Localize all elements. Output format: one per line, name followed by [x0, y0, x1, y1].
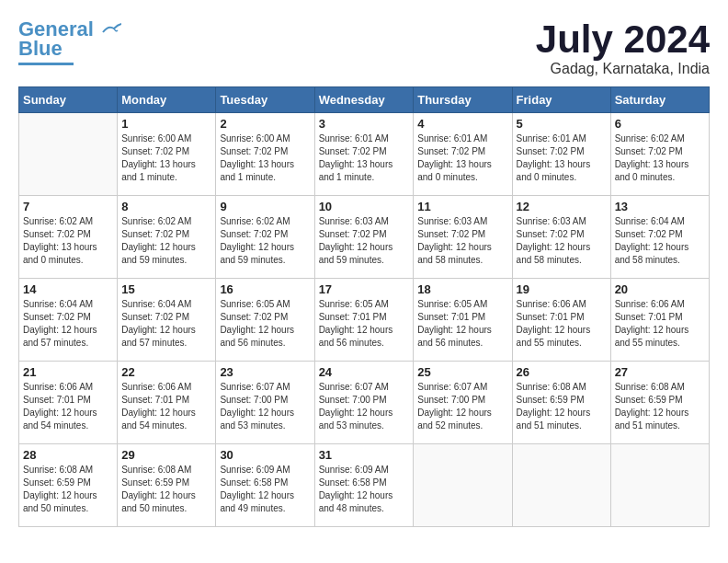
calendar-cell: 20Sunrise: 6:06 AMSunset: 7:01 PMDayligh…	[610, 279, 709, 362]
calendar-cell	[512, 444, 610, 527]
day-number: 12	[517, 200, 607, 213]
calendar-cell: 8Sunrise: 6:02 AMSunset: 7:02 PMDaylight…	[118, 196, 216, 279]
day-info: Sunrise: 6:06 AMSunset: 7:01 PMDaylight:…	[121, 381, 211, 432]
calendar-cell: 26Sunrise: 6:08 AMSunset: 6:59 PMDayligh…	[512, 362, 610, 444]
day-number: 14	[23, 282, 113, 296]
calendar-week-row: 1Sunrise: 6:00 AMSunset: 7:02 PMDaylight…	[19, 113, 710, 196]
calendar-cell: 13Sunrise: 6:04 AMSunset: 7:02 PMDayligh…	[610, 196, 709, 279]
day-number: 22	[121, 365, 211, 379]
day-number: 20	[615, 282, 705, 296]
calendar-cell: 18Sunrise: 6:05 AMSunset: 7:01 PMDayligh…	[414, 279, 512, 362]
calendar-cell	[19, 113, 118, 196]
day-info: Sunrise: 6:07 AMSunset: 7:00 PMDaylight:…	[220, 381, 310, 432]
location: Gadag, Karnataka, India	[536, 61, 710, 77]
day-number: 19	[517, 282, 607, 296]
calendar-cell: 27Sunrise: 6:08 AMSunset: 6:59 PMDayligh…	[610, 362, 709, 444]
calendar-cell: 25Sunrise: 6:07 AMSunset: 7:00 PMDayligh…	[414, 362, 512, 444]
day-number: 30	[220, 448, 310, 462]
day-info: Sunrise: 6:08 AMSunset: 6:59 PMDaylight:…	[121, 464, 211, 515]
title-block: July 2024 Gadag, Karnataka, India	[536, 18, 710, 77]
day-number: 21	[23, 365, 113, 379]
calendar-cell: 19Sunrise: 6:06 AMSunset: 7:01 PMDayligh…	[512, 279, 610, 362]
day-number: 4	[417, 117, 507, 131]
day-info: Sunrise: 6:04 AMSunset: 7:02 PMDaylight:…	[121, 298, 211, 350]
day-info: Sunrise: 6:05 AMSunset: 7:01 PMDaylight:…	[417, 298, 507, 350]
calendar-cell: 1Sunrise: 6:00 AMSunset: 7:02 PMDaylight…	[118, 113, 216, 196]
calendar-week-row: 7Sunrise: 6:02 AMSunset: 7:02 PMDaylight…	[19, 196, 710, 279]
header-thursday: Thursday	[414, 87, 512, 113]
calendar-cell: 4Sunrise: 6:01 AMSunset: 7:02 PMDaylight…	[414, 113, 512, 196]
calendar-cell	[610, 444, 709, 527]
calendar-header-row: SundayMondayTuesdayWednesdayThursdayFrid…	[19, 87, 710, 113]
day-number: 8	[121, 200, 211, 213]
day-info: Sunrise: 6:08 AMSunset: 6:59 PMDaylight:…	[23, 464, 113, 515]
header-friday: Friday	[512, 87, 610, 113]
calendar-cell: 14Sunrise: 6:04 AMSunset: 7:02 PMDayligh…	[19, 279, 118, 362]
page-header: General Blue July 2024 Gadag, Karnataka,…	[18, 18, 710, 77]
day-info: Sunrise: 6:07 AMSunset: 7:00 PMDaylight:…	[319, 381, 410, 432]
logo-bird-icon	[101, 23, 121, 38]
day-info: Sunrise: 6:08 AMSunset: 6:59 PMDaylight:…	[517, 381, 607, 432]
day-number: 5	[517, 117, 607, 131]
header-sunday: Sunday	[19, 87, 118, 113]
calendar-table: SundayMondayTuesdayWednesdayThursdayFrid…	[18, 86, 710, 527]
calendar-cell: 5Sunrise: 6:01 AMSunset: 7:02 PMDaylight…	[512, 113, 610, 196]
day-number: 27	[615, 365, 705, 379]
header-monday: Monday	[118, 87, 216, 113]
day-info: Sunrise: 6:09 AMSunset: 6:58 PMDaylight:…	[319, 464, 410, 515]
day-info: Sunrise: 6:07 AMSunset: 7:00 PMDaylight:…	[417, 381, 507, 432]
day-number: 17	[319, 282, 410, 296]
calendar-cell: 17Sunrise: 6:05 AMSunset: 7:01 PMDayligh…	[314, 279, 414, 362]
calendar-cell: 6Sunrise: 6:02 AMSunset: 7:02 PMDaylight…	[610, 113, 709, 196]
logo-blue-text: Blue	[18, 37, 63, 61]
day-info: Sunrise: 6:00 AMSunset: 7:02 PMDaylight:…	[220, 132, 310, 184]
calendar-cell: 12Sunrise: 6:03 AMSunset: 7:02 PMDayligh…	[512, 196, 610, 279]
calendar-cell: 10Sunrise: 6:03 AMSunset: 7:02 PMDayligh…	[314, 196, 414, 279]
day-info: Sunrise: 6:06 AMSunset: 7:01 PMDaylight:…	[615, 298, 705, 350]
calendar-cell: 22Sunrise: 6:06 AMSunset: 7:01 PMDayligh…	[118, 362, 216, 444]
calendar-cell: 2Sunrise: 6:00 AMSunset: 7:02 PMDaylight…	[216, 113, 314, 196]
day-info: Sunrise: 6:05 AMSunset: 7:02 PMDaylight:…	[220, 298, 310, 350]
day-info: Sunrise: 6:04 AMSunset: 7:02 PMDaylight:…	[615, 215, 705, 267]
day-number: 26	[517, 365, 607, 379]
day-number: 25	[417, 365, 507, 379]
calendar-week-row: 21Sunrise: 6:06 AMSunset: 7:01 PMDayligh…	[19, 362, 710, 444]
calendar-cell: 28Sunrise: 6:08 AMSunset: 6:59 PMDayligh…	[19, 444, 118, 527]
calendar-cell: 30Sunrise: 6:09 AMSunset: 6:58 PMDayligh…	[216, 444, 314, 527]
calendar-cell: 9Sunrise: 6:02 AMSunset: 7:02 PMDaylight…	[216, 196, 314, 279]
day-info: Sunrise: 6:00 AMSunset: 7:02 PMDaylight:…	[121, 132, 211, 184]
day-number: 31	[319, 448, 410, 462]
header-saturday: Saturday	[610, 87, 709, 113]
day-info: Sunrise: 6:02 AMSunset: 7:02 PMDaylight:…	[615, 132, 705, 184]
month-title: July 2024	[536, 18, 710, 61]
day-info: Sunrise: 6:02 AMSunset: 7:02 PMDaylight:…	[121, 215, 211, 267]
logo-underline	[18, 63, 74, 65]
day-number: 10	[319, 200, 410, 213]
day-info: Sunrise: 6:06 AMSunset: 7:01 PMDaylight:…	[517, 298, 607, 350]
calendar-cell: 3Sunrise: 6:01 AMSunset: 7:02 PMDaylight…	[314, 113, 414, 196]
day-info: Sunrise: 6:01 AMSunset: 7:02 PMDaylight:…	[319, 132, 410, 184]
day-info: Sunrise: 6:03 AMSunset: 7:02 PMDaylight:…	[319, 215, 410, 267]
day-number: 24	[319, 365, 410, 379]
calendar-week-row: 28Sunrise: 6:08 AMSunset: 6:59 PMDayligh…	[19, 444, 710, 527]
day-number: 1	[121, 117, 211, 131]
day-info: Sunrise: 6:03 AMSunset: 7:02 PMDaylight:…	[517, 215, 607, 267]
day-info: Sunrise: 6:03 AMSunset: 7:02 PMDaylight:…	[417, 215, 507, 267]
calendar-cell	[414, 444, 512, 527]
calendar-cell: 15Sunrise: 6:04 AMSunset: 7:02 PMDayligh…	[118, 279, 216, 362]
day-info: Sunrise: 6:01 AMSunset: 7:02 PMDaylight:…	[517, 132, 607, 184]
header-wednesday: Wednesday	[314, 87, 414, 113]
day-number: 6	[615, 117, 705, 131]
calendar-cell: 16Sunrise: 6:05 AMSunset: 7:02 PMDayligh…	[216, 279, 314, 362]
day-info: Sunrise: 6:02 AMSunset: 7:02 PMDaylight:…	[220, 215, 310, 267]
calendar-cell: 31Sunrise: 6:09 AMSunset: 6:58 PMDayligh…	[314, 444, 414, 527]
header-tuesday: Tuesday	[216, 87, 314, 113]
day-info: Sunrise: 6:05 AMSunset: 7:01 PMDaylight:…	[319, 298, 410, 350]
calendar-cell: 24Sunrise: 6:07 AMSunset: 7:00 PMDayligh…	[314, 362, 414, 444]
day-number: 2	[220, 117, 310, 131]
day-number: 3	[319, 117, 410, 131]
day-number: 16	[220, 282, 310, 296]
day-info: Sunrise: 6:08 AMSunset: 6:59 PMDaylight:…	[615, 381, 705, 432]
calendar-cell: 23Sunrise: 6:07 AMSunset: 7:00 PMDayligh…	[216, 362, 314, 444]
calendar-cell: 29Sunrise: 6:08 AMSunset: 6:59 PMDayligh…	[118, 444, 216, 527]
